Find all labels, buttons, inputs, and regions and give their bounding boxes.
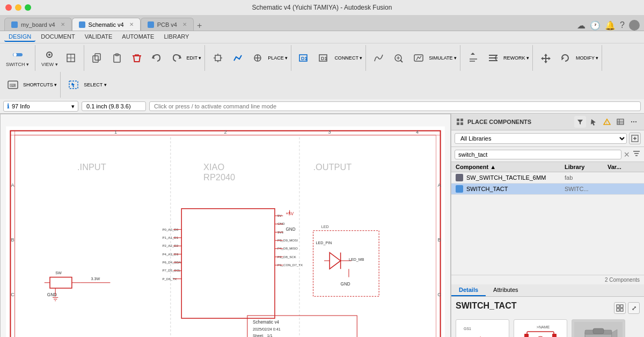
place-component-icon [212, 52, 224, 64]
rework-lines-icon [487, 52, 499, 64]
table-view-button[interactable] [614, 116, 626, 128]
tab-pcb[interactable]: PCB v4 ✕ [141, 18, 194, 31]
view-button[interactable]: VIEW ▾ [39, 45, 61, 71]
minimize-button[interactable] [15, 4, 21, 11]
menu-design[interactable]: DESIGN [4, 32, 35, 42]
select-group: SELECT ▾ [64, 72, 109, 98]
select-button[interactable] [64, 72, 83, 98]
simulate-button[interactable] [369, 45, 389, 71]
svg-rect-117 [620, 309, 623, 311]
search-filter-button[interactable] [632, 149, 641, 159]
window-controls[interactable] [5, 4, 31, 11]
place-component-button[interactable] [208, 45, 228, 71]
menu-automate[interactable]: AUTOMATE [118, 32, 158, 42]
tab-icon-pcb [148, 21, 154, 28]
simulate-zoom-button[interactable] [389, 45, 408, 71]
component-lib-sw: fab [565, 174, 608, 181]
cursor-panel-button[interactable] [588, 116, 599, 128]
more-options-button[interactable]: ⋯ [628, 116, 640, 128]
svg-text:GS1: GS1 [464, 327, 471, 331]
svg-rect-5 [95, 54, 100, 60]
menu-document[interactable]: DOCUMENT [36, 32, 79, 42]
detail-grid-button[interactable] [614, 302, 626, 314]
svg-text:>NAME: >NAME [537, 325, 550, 329]
svg-rect-115 [620, 305, 623, 307]
move-icon [540, 52, 552, 64]
component-count: 2 Components [451, 275, 644, 284]
refresh-button[interactable] [556, 45, 575, 71]
filter-active-button[interactable] [574, 116, 586, 128]
undo-button[interactable] [147, 45, 166, 71]
tab-close-schematic[interactable]: ✕ [129, 21, 134, 27]
svg-rect-114 [617, 305, 619, 307]
svg-text:.OUTPUT: .OUTPUT [313, 162, 352, 172]
redo-button[interactable] [167, 45, 186, 71]
tab-close-my-board[interactable]: ✕ [61, 21, 65, 27]
simulate-label: SIMULATE ▾ [429, 55, 457, 61]
list-header[interactable]: Component ▲ Library Var... [451, 162, 644, 172]
list-item-switch-tact[interactable]: SWITCH_TACT SWITC... [451, 184, 644, 195]
rework-lines-button[interactable] [484, 45, 503, 71]
grid-toggle-button[interactable] [61, 45, 80, 71]
connect-d1-alt-button[interactable]: D1 [314, 45, 334, 71]
main-toolbar: SWITCH ▾ VIEW ▾ [0, 43, 644, 99]
coord-value: 0.1 inch (9.8 3.6) [86, 103, 131, 109]
tab-attributes[interactable]: Attributes [486, 284, 525, 296]
svg-text:3: 3 [328, 129, 331, 135]
window-title: Schematic v4 (Yuichi TAMIYA) - Autodesk … [252, 4, 392, 11]
paste-button[interactable] [107, 45, 127, 71]
component-name-sw: SW_SWITCH_TACTILE_6MM [466, 174, 565, 181]
menu-validate[interactable]: VALIDATE [80, 32, 117, 42]
tab-details[interactable]: Details [451, 284, 486, 296]
copy-button[interactable] [87, 45, 107, 71]
move-button[interactable] [536, 45, 555, 71]
shortcuts-button[interactable]: ⌨ [3, 72, 23, 98]
rework-group: REWORK ▾ [464, 45, 533, 71]
library-select[interactable]: All Libraries [455, 133, 627, 144]
add-library-button[interactable] [629, 133, 641, 144]
schematic-svg: 1 2 3 4 A B C D A B C .INPUT XIAO RP2040… [1, 114, 450, 337]
component-search-input[interactable] [455, 150, 621, 159]
add-tab-button[interactable]: + [194, 21, 205, 31]
svg-text:D1: D1 [301, 56, 308, 61]
connect-d1-button[interactable]: D1 [295, 45, 314, 71]
tab-my-board[interactable]: my_board v4 ✕ [4, 18, 72, 31]
switch-button[interactable]: SWITCH ▾ [3, 45, 32, 71]
paste-icon [111, 52, 123, 64]
switch-label: SWITCH ▾ [6, 62, 29, 67]
place-wire-button[interactable] [228, 45, 247, 71]
svg-text:LED_MB: LED_MB [349, 258, 364, 262]
preview-row: GS1 1 2 >N [456, 319, 640, 337]
rework-button[interactable] [464, 45, 483, 71]
simulate-group: SIMULATE ▾ [369, 45, 460, 71]
bell-icon: 🔔 [605, 20, 616, 31]
detail-expand-button[interactable]: ⤢ [628, 302, 640, 314]
tab-schematic[interactable]: Schematic v4 ✕ [72, 18, 141, 31]
maximize-button[interactable] [25, 4, 31, 11]
detail-title-row: SWITCH_TACT ⤢ [456, 301, 640, 315]
canvas-area[interactable]: 1 2 3 4 A B C D A B C .INPUT XIAO RP2040… [0, 114, 451, 337]
layout-preview: >NAME >VALUE [514, 319, 567, 337]
component-lib-tact: SWITC... [565, 186, 608, 192]
user-avatar[interactable] [629, 20, 640, 31]
component-icon-sw [456, 174, 463, 181]
col-library-header: Library [565, 164, 608, 170]
close-button[interactable] [5, 4, 12, 11]
info-dropdown[interactable]: ℹ 97 Info ▾ [3, 101, 78, 112]
svg-text:LED_PIN: LED_PIN [316, 241, 332, 245]
clock-icon: 🕐 [590, 20, 601, 31]
command-input[interactable] [149, 101, 641, 111]
menu-library[interactable]: LIBRARY [159, 32, 193, 42]
view-group: VIEW ▾ [39, 45, 84, 71]
svg-text:Schematic v4: Schematic v4 [253, 320, 279, 325]
tab-close-pcb[interactable]: ✕ [182, 21, 187, 27]
delete-button[interactable] [127, 45, 147, 71]
svg-text:SW: SW [55, 271, 62, 275]
svg-text:A: A [437, 182, 441, 188]
place-net-button[interactable] [248, 45, 267, 71]
search-clear-button[interactable]: ✕ [624, 150, 630, 159]
warning-panel-button[interactable]: ! [601, 116, 613, 128]
list-item-sw-switch[interactable]: SW_SWITCH_TACTILE_6MM fab [451, 172, 644, 184]
right-panel: PLACE COMPONENTS ! ⋯ All Librari [451, 114, 644, 337]
simulate-meter-button[interactable] [409, 45, 428, 71]
